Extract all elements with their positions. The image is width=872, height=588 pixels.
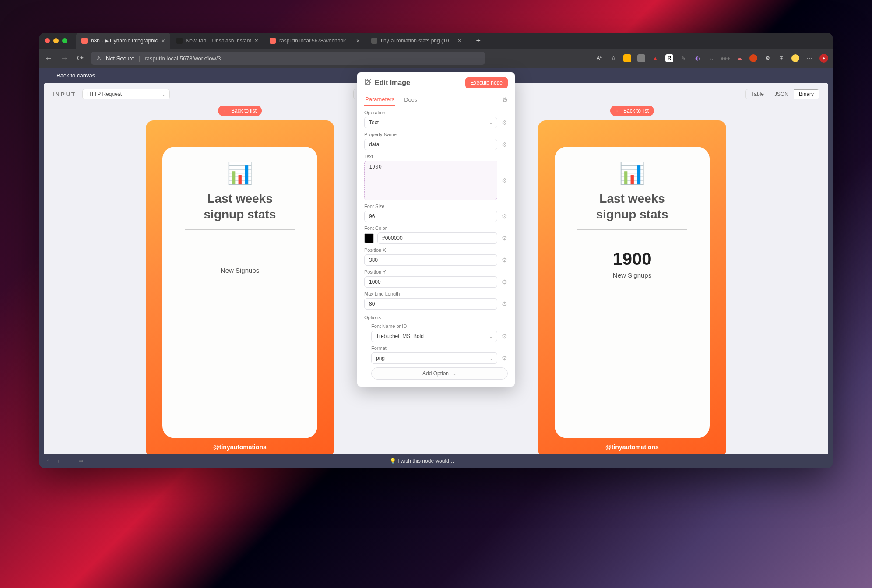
inner-card: 📊 Last weeks signup stats 1900 New Signu…	[555, 147, 710, 438]
tab-png[interactable]: tiny-automation-stats.png (10… ×	[366, 33, 467, 49]
ext-icon[interactable]: ◐	[693, 54, 701, 62]
param-options-icon[interactable]: ⚙	[501, 333, 508, 340]
select-value: Trebuchet_MS_Bold	[376, 333, 424, 339]
ext-icon[interactable]: ▲	[651, 54, 659, 62]
pocket-icon[interactable]: ⌵	[707, 54, 715, 62]
tab-title: tiny-automation-stats.png (10…	[381, 38, 454, 44]
ext-icon[interactable]	[623, 54, 631, 62]
minimize-window-icon[interactable]	[53, 38, 59, 43]
field-font-name: Font Name or ID Trebuchet_MS_Bold ⚙	[371, 324, 508, 342]
zoom-window-icon[interactable]	[62, 38, 67, 43]
field-label: Max Line Length	[364, 291, 508, 296]
app-area: ← Back to canvas INPUT HTTP Request Tabl…	[39, 68, 833, 468]
node-title: Edit Image	[375, 79, 462, 87]
close-window-icon[interactable]	[45, 38, 50, 43]
seg-binary[interactable]: Binary	[794, 89, 819, 99]
new-tab-button[interactable]: +	[472, 36, 485, 46]
format-select[interactable]: png	[371, 352, 497, 364]
param-options-icon[interactable]: ⚙	[501, 278, 508, 285]
warning-icon: ⚠	[96, 55, 102, 62]
ext-icon[interactable]: ●●●	[721, 54, 729, 62]
tab-parameters[interactable]: Parameters	[364, 93, 395, 106]
fit-icon[interactable]: ▭	[78, 458, 83, 465]
close-tab-icon[interactable]: ×	[161, 37, 165, 44]
back-button[interactable]: ←	[44, 54, 53, 63]
param-options-icon[interactable]: ⚙	[501, 177, 508, 184]
select-value: Text	[369, 120, 379, 126]
favicon-icon	[270, 38, 276, 44]
avatar[interactable]	[791, 54, 799, 62]
http-request-select[interactable]: HTTP Request	[82, 89, 170, 99]
param-options-icon[interactable]: ⚙	[501, 235, 508, 242]
property-name-input[interactable]	[364, 139, 497, 150]
zoom-out-icon[interactable]: －	[67, 458, 72, 465]
extension-icons: Aᴬ ☆ ▲ R ✎ ◐ ⌵ ●●● ☁ ⚙ ⊞ ⋯ ●	[595, 54, 828, 63]
zoom-in-icon[interactable]: ＋	[56, 458, 61, 465]
card-title-b: signup stats	[596, 208, 668, 222]
field-label: Position Y	[364, 269, 508, 275]
back-list-label: Back to list	[231, 108, 257, 114]
input-preview-card: 📊 Last weeks signup stats New Signups @t…	[146, 120, 334, 458]
close-tab-icon[interactable]: ×	[457, 37, 461, 44]
card-sub: New Signups	[221, 267, 259, 274]
seg-table[interactable]: Table	[746, 89, 769, 99]
tab-n8n[interactable]: n8n - ▶ Dynamic Infographic ×	[76, 33, 170, 49]
param-options-icon[interactable]: ⚙	[501, 355, 508, 362]
seg-json[interactable]: JSON	[769, 89, 794, 99]
field-label: Property Name	[364, 132, 508, 137]
arrow-left-icon: ←	[615, 108, 621, 114]
gear-icon[interactable]: ⚙	[502, 96, 508, 104]
reload-button[interactable]: ⟳	[75, 53, 85, 63]
options-label: Options	[364, 315, 508, 320]
collections-icon[interactable]: ⊞	[777, 54, 785, 62]
ext-icon[interactable]: R	[665, 54, 673, 62]
text-size-icon[interactable]: Aᴬ	[595, 54, 603, 62]
param-options-icon[interactable]: ⚙	[501, 300, 508, 307]
handle: @tinyautomations	[605, 444, 659, 451]
field-label: Format	[371, 345, 508, 351]
color-swatch[interactable]	[364, 233, 374, 243]
ext-icon[interactable]	[637, 54, 645, 62]
position-x-input[interactable]	[364, 254, 497, 266]
position-y-input[interactable]	[364, 276, 497, 288]
image-icon: 🖼	[364, 79, 371, 87]
wish-prompt[interactable]: 💡 I wish this node would…	[390, 458, 454, 464]
text-textarea[interactable]	[364, 161, 497, 200]
back-to-list-button[interactable]: ← Back to list	[610, 106, 654, 116]
tab-unsplash[interactable]: New Tab – Unsplash Instant ×	[171, 33, 264, 49]
home-icon[interactable]: ⌂	[46, 458, 49, 465]
operation-select[interactable]: Text	[364, 117, 497, 128]
favicon-icon	[371, 38, 377, 44]
add-option-button[interactable]: Add Option ⌄	[371, 367, 508, 380]
font-name-select[interactable]: Trebuchet_MS_Bold	[371, 331, 497, 342]
add-option-label: Add Option	[422, 370, 449, 377]
back-to-canvas-label: Back to canvas	[56, 72, 95, 79]
tab-docs[interactable]: Docs	[403, 94, 418, 106]
forward-button[interactable]: →	[60, 54, 69, 63]
inner-card: 📊 Last weeks signup stats New Signups	[162, 147, 317, 438]
wish-text: I wish this node would…	[397, 458, 454, 464]
url-text: rasputin.local:5678/workflow/3	[144, 55, 221, 62]
notification-badge[interactable]: ●	[819, 54, 828, 63]
tab-webhook[interactable]: rasputin.local:5678/webhook-… ×	[264, 33, 365, 49]
font-size-input[interactable]	[364, 211, 497, 222]
tab-title: n8n - ▶ Dynamic Infographic	[91, 38, 158, 44]
param-options-icon[interactable]: ⚙	[501, 257, 508, 264]
ext-icon[interactable]	[749, 54, 757, 62]
param-options-icon[interactable]: ⚙	[501, 213, 508, 220]
more-icon[interactable]: ⋯	[805, 54, 813, 62]
settings-icon[interactable]: ⚙	[763, 54, 771, 62]
close-tab-icon[interactable]: ×	[255, 37, 258, 44]
field-label: Position X	[364, 247, 508, 253]
star-icon[interactable]: ☆	[609, 54, 617, 62]
param-options-icon[interactable]: ⚙	[501, 141, 508, 148]
close-tab-icon[interactable]: ×	[356, 37, 360, 44]
ext-icon[interactable]: ✎	[679, 54, 687, 62]
max-line-input[interactable]	[364, 298, 497, 310]
address-bar[interactable]: ⚠ Not Secure | rasputin.local:5678/workf…	[91, 52, 485, 65]
back-to-list-button[interactable]: ← Back to list	[218, 106, 262, 116]
ext-icon[interactable]: ☁	[735, 54, 743, 62]
font-color-input[interactable]	[377, 232, 497, 244]
param-options-icon[interactable]: ⚙	[501, 119, 508, 126]
execute-node-button[interactable]: Execute node	[465, 77, 508, 88]
